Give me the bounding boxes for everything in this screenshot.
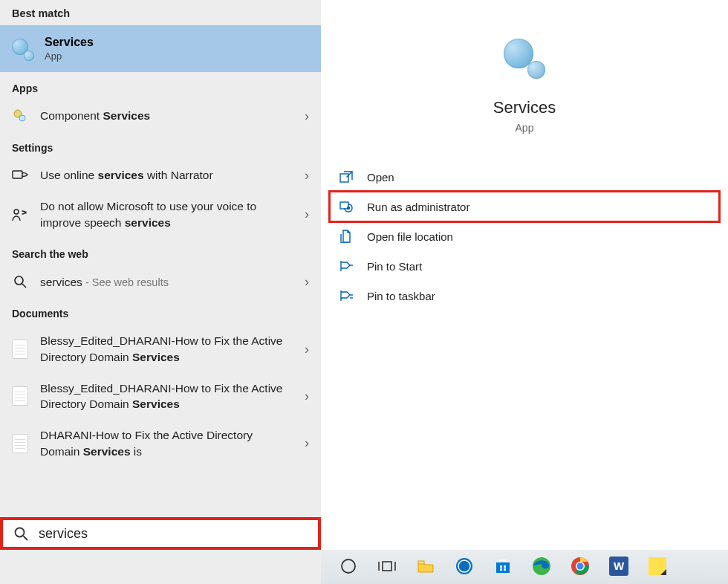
taskbar: W <box>321 550 728 584</box>
taskbar-edge[interactable] <box>523 551 560 583</box>
document-result[interactable]: Blessy_Edited_DHARANI-How to Fix the Act… <box>0 325 321 372</box>
svg-point-4 <box>15 276 23 285</box>
admin-icon <box>339 199 354 214</box>
action-admin[interactable]: Run as administrator <box>330 192 719 221</box>
category-documents: Documents <box>0 297 321 325</box>
setting-label: Use online services with Narrator <box>40 167 293 184</box>
folder-icon <box>339 229 354 244</box>
chevron-right-icon: › <box>305 435 309 451</box>
document-label: Blessy_Edited_DHARANI-How to Fix the Act… <box>40 380 293 412</box>
preview-subtitle: App <box>516 122 534 134</box>
best-match-item[interactable]: Services App <box>0 25 321 72</box>
action-open[interactable]: Open <box>330 162 719 192</box>
word-icon: W <box>609 557 628 576</box>
category-best-match: Best match <box>0 0 321 25</box>
preview-title: Services <box>493 98 556 117</box>
search-input[interactable] <box>39 526 308 542</box>
svg-point-14 <box>16 528 25 537</box>
sticky-notes-icon <box>648 557 667 576</box>
svg-rect-23 <box>496 562 510 573</box>
action-pin-start[interactable]: Pin to Start <box>330 251 719 281</box>
setting-narrator-services[interactable]: Use online services with Narrator › <box>0 160 321 191</box>
open-icon <box>339 169 354 184</box>
svg-point-31 <box>577 563 584 570</box>
svg-rect-20 <box>418 561 424 564</box>
action-folder[interactable]: Open file location <box>330 221 719 251</box>
search-bar[interactable] <box>0 517 321 550</box>
category-apps: Apps <box>0 72 321 100</box>
taskbar-word[interactable]: W <box>600 551 637 583</box>
taskbar-dell[interactable] <box>446 551 483 583</box>
action-label: Open file location <box>367 230 453 243</box>
app-result-label: Component Services <box>40 108 293 124</box>
cortana-icon <box>339 557 358 576</box>
chevron-right-icon: › <box>305 389 309 404</box>
dell-icon <box>455 557 474 576</box>
action-label: Pin to Start <box>367 260 422 273</box>
document-icon <box>12 341 28 357</box>
pin-start-icon <box>339 259 354 273</box>
app-result-component-services[interactable]: Component Services › <box>0 100 321 132</box>
svg-rect-17 <box>383 562 391 571</box>
svg-line-15 <box>24 536 28 541</box>
services-icon <box>12 39 33 59</box>
services-icon <box>504 39 545 80</box>
web-result-label: services - See web results <box>40 274 293 291</box>
document-label: Blessy_Edited_DHARANI-How to Fix the Act… <box>40 333 293 365</box>
best-match-title: Services <box>45 36 94 49</box>
svg-point-3 <box>14 210 19 214</box>
action-label: Open <box>367 171 394 184</box>
pin-task-icon <box>339 288 354 303</box>
chevron-right-icon: › <box>305 168 309 184</box>
action-pin-task[interactable]: Pin to taskbar <box>330 281 719 311</box>
component-services-icon <box>12 108 28 124</box>
svg-rect-26 <box>500 568 502 571</box>
svg-line-5 <box>22 284 26 288</box>
chrome-icon <box>571 557 590 576</box>
svg-point-8 <box>348 207 350 210</box>
taskbar-cortana[interactable] <box>330 551 367 583</box>
web-result[interactable]: services - See web results › <box>0 266 321 297</box>
edge-icon <box>532 557 551 576</box>
chevron-right-icon: › <box>305 342 309 357</box>
category-settings: Settings <box>0 132 321 160</box>
category-web: Search the web <box>0 238 321 266</box>
speech-icon <box>12 207 28 223</box>
store-icon <box>493 557 513 576</box>
svg-rect-24 <box>500 565 502 568</box>
document-label: DHARANI-How to Fix the Active Directory … <box>40 427 293 459</box>
chevron-right-icon: › <box>305 274 309 290</box>
setting-label: Do not allow Microsoft to use your voice… <box>40 198 293 230</box>
file-explorer-icon <box>416 557 435 576</box>
document-result[interactable]: DHARANI-How to Fix the Active Directory … <box>0 420 321 467</box>
chevron-right-icon: › <box>305 108 309 124</box>
results-pane: Best match Services App Apps Component S… <box>0 0 321 550</box>
left-bottom-spacer <box>0 550 321 584</box>
action-label: Run as administrator <box>367 201 469 213</box>
action-label: Pin to taskbar <box>367 290 435 302</box>
svg-rect-27 <box>504 568 506 571</box>
preview-pane: Services App OpenRun as administratorOpe… <box>321 0 728 550</box>
taskbar-chrome[interactable] <box>562 551 599 583</box>
svg-rect-2 <box>13 171 22 178</box>
svg-point-1 <box>19 115 25 121</box>
search-icon <box>13 526 28 541</box>
svg-rect-25 <box>504 565 506 568</box>
taskbar-sticky-notes[interactable] <box>639 551 676 583</box>
task-view-icon <box>377 557 397 576</box>
document-icon <box>12 435 28 452</box>
search-icon <box>12 273 28 290</box>
svg-rect-6 <box>340 174 348 182</box>
taskbar-file-explorer[interactable] <box>407 551 444 583</box>
svg-point-16 <box>342 559 355 573</box>
chevron-right-icon: › <box>305 207 309 222</box>
narrator-icon <box>12 167 28 184</box>
setting-speech-services[interactable]: Do not allow Microsoft to use your voice… <box>0 191 321 238</box>
taskbar-store[interactable] <box>484 551 521 583</box>
document-icon <box>12 388 28 404</box>
svg-text:W: W <box>614 559 625 572</box>
best-match-subtitle: App <box>45 51 94 62</box>
taskbar-task-view[interactable] <box>368 551 406 583</box>
document-result[interactable]: Blessy_Edited_DHARANI-How to Fix the Act… <box>0 373 321 420</box>
preview-actions: OpenRun as administratorOpen file locati… <box>321 162 728 311</box>
